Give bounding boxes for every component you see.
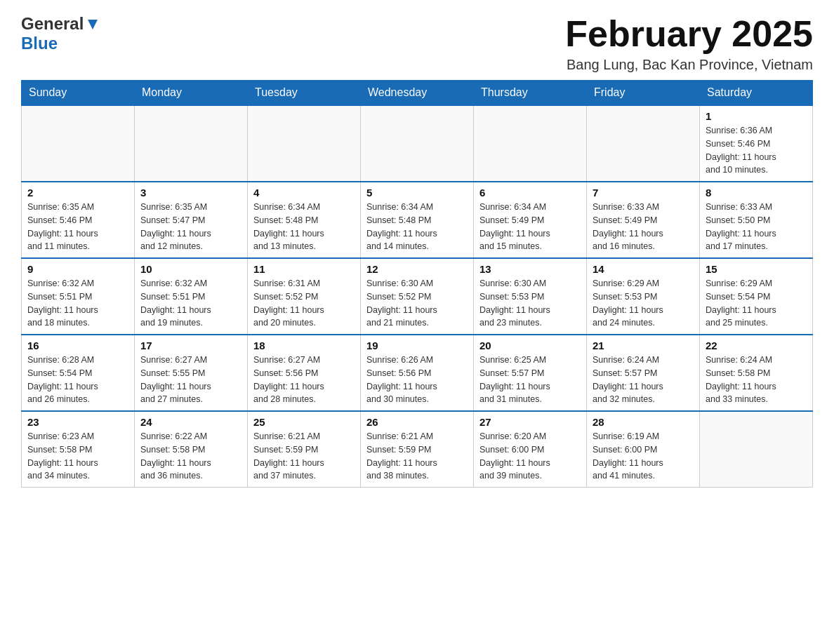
logo-general-text: General bbox=[21, 14, 84, 34]
day-number: 6 bbox=[479, 187, 581, 199]
logo-arrow-icon bbox=[85, 17, 100, 32]
table-row: 16Sunrise: 6:28 AMSunset: 5:54 PMDayligh… bbox=[22, 335, 135, 411]
table-row bbox=[22, 105, 135, 182]
table-row: 24Sunrise: 6:22 AMSunset: 5:58 PMDayligh… bbox=[135, 411, 248, 488]
day-number: 8 bbox=[706, 187, 807, 199]
day-number: 26 bbox=[366, 416, 468, 428]
day-number: 13 bbox=[479, 263, 581, 275]
table-row bbox=[248, 105, 361, 182]
table-row: 11Sunrise: 6:31 AMSunset: 5:52 PMDayligh… bbox=[248, 258, 361, 335]
day-number: 27 bbox=[479, 416, 581, 428]
table-row: 19Sunrise: 6:26 AMSunset: 5:56 PMDayligh… bbox=[361, 335, 474, 411]
day-info: Sunrise: 6:19 AMSunset: 6:00 PMDaylight:… bbox=[593, 430, 694, 483]
table-row: 4Sunrise: 6:34 AMSunset: 5:48 PMDaylight… bbox=[248, 182, 361, 258]
day-info: Sunrise: 6:33 AMSunset: 5:49 PMDaylight:… bbox=[593, 201, 694, 253]
title-area: February 2025 Bang Lung, Bac Kan Provinc… bbox=[565, 14, 813, 73]
calendar-title: February 2025 bbox=[565, 14, 813, 54]
col-friday: Friday bbox=[587, 81, 700, 106]
location-subtitle: Bang Lung, Bac Kan Province, Vietnam bbox=[565, 57, 813, 73]
day-info: Sunrise: 6:29 AMSunset: 5:54 PMDaylight:… bbox=[706, 277, 807, 330]
day-info: Sunrise: 6:35 AMSunset: 5:46 PMDaylight:… bbox=[27, 201, 128, 253]
day-number: 16 bbox=[27, 340, 128, 351]
week-row-2: 2Sunrise: 6:35 AMSunset: 5:46 PMDaylight… bbox=[22, 182, 813, 258]
day-info: Sunrise: 6:24 AMSunset: 5:57 PMDaylight:… bbox=[593, 354, 694, 406]
day-number: 12 bbox=[366, 263, 468, 275]
day-info: Sunrise: 6:27 AMSunset: 5:55 PMDaylight:… bbox=[140, 354, 241, 406]
table-row bbox=[474, 105, 587, 182]
day-number: 2 bbox=[27, 187, 128, 199]
day-info: Sunrise: 6:24 AMSunset: 5:58 PMDaylight:… bbox=[706, 354, 807, 406]
table-row: 10Sunrise: 6:32 AMSunset: 5:51 PMDayligh… bbox=[135, 258, 248, 335]
day-number: 19 bbox=[366, 340, 468, 351]
col-saturday: Saturday bbox=[700, 81, 813, 106]
table-row: 13Sunrise: 6:30 AMSunset: 5:53 PMDayligh… bbox=[474, 258, 587, 335]
day-number: 3 bbox=[140, 187, 241, 199]
day-number: 10 bbox=[140, 263, 241, 275]
day-number: 9 bbox=[27, 263, 128, 275]
day-info: Sunrise: 6:21 AMSunset: 5:59 PMDaylight:… bbox=[253, 430, 355, 483]
day-info: Sunrise: 6:31 AMSunset: 5:52 PMDaylight:… bbox=[253, 277, 355, 330]
day-number: 25 bbox=[253, 416, 355, 428]
table-row: 28Sunrise: 6:19 AMSunset: 6:00 PMDayligh… bbox=[587, 411, 700, 488]
day-number: 18 bbox=[253, 340, 355, 351]
table-row: 3Sunrise: 6:35 AMSunset: 5:47 PMDaylight… bbox=[135, 182, 248, 258]
day-info: Sunrise: 6:33 AMSunset: 5:50 PMDaylight:… bbox=[706, 201, 807, 253]
day-info: Sunrise: 6:34 AMSunset: 5:48 PMDaylight:… bbox=[253, 201, 355, 253]
table-row bbox=[587, 105, 700, 182]
day-info: Sunrise: 6:22 AMSunset: 5:58 PMDaylight:… bbox=[140, 430, 241, 483]
table-row: 27Sunrise: 6:20 AMSunset: 6:00 PMDayligh… bbox=[474, 411, 587, 488]
table-row: 8Sunrise: 6:33 AMSunset: 5:50 PMDaylight… bbox=[700, 182, 813, 258]
table-row bbox=[135, 105, 248, 182]
table-row: 9Sunrise: 6:32 AMSunset: 5:51 PMDaylight… bbox=[22, 258, 135, 335]
table-row: 7Sunrise: 6:33 AMSunset: 5:49 PMDaylight… bbox=[587, 182, 700, 258]
day-info: Sunrise: 6:28 AMSunset: 5:54 PMDaylight:… bbox=[27, 354, 128, 406]
table-row: 25Sunrise: 6:21 AMSunset: 5:59 PMDayligh… bbox=[248, 411, 361, 488]
table-row: 18Sunrise: 6:27 AMSunset: 5:56 PMDayligh… bbox=[248, 335, 361, 411]
day-info: Sunrise: 6:20 AMSunset: 6:00 PMDaylight:… bbox=[479, 430, 581, 483]
day-number: 28 bbox=[593, 416, 694, 428]
day-number: 23 bbox=[27, 416, 128, 428]
day-info: Sunrise: 6:32 AMSunset: 5:51 PMDaylight:… bbox=[27, 277, 128, 330]
day-info: Sunrise: 6:27 AMSunset: 5:56 PMDaylight:… bbox=[253, 354, 355, 406]
day-info: Sunrise: 6:34 AMSunset: 5:48 PMDaylight:… bbox=[366, 201, 468, 253]
svg-marker-0 bbox=[88, 20, 98, 29]
day-number: 15 bbox=[706, 263, 807, 275]
table-row bbox=[700, 411, 813, 488]
col-sunday: Sunday bbox=[22, 81, 135, 106]
table-row: 12Sunrise: 6:30 AMSunset: 5:52 PMDayligh… bbox=[361, 258, 474, 335]
week-row-5: 23Sunrise: 6:23 AMSunset: 5:58 PMDayligh… bbox=[22, 411, 813, 488]
table-row: 1Sunrise: 6:36 AMSunset: 5:46 PMDaylight… bbox=[700, 105, 813, 182]
day-number: 1 bbox=[706, 110, 807, 122]
logo: General Blue bbox=[21, 14, 100, 53]
day-info: Sunrise: 6:35 AMSunset: 5:47 PMDaylight:… bbox=[140, 201, 241, 253]
day-info: Sunrise: 6:21 AMSunset: 5:59 PMDaylight:… bbox=[366, 430, 468, 483]
day-number: 11 bbox=[253, 263, 355, 275]
col-wednesday: Wednesday bbox=[361, 81, 474, 106]
col-thursday: Thursday bbox=[474, 81, 587, 106]
calendar-table: Sunday Monday Tuesday Wednesday Thursday… bbox=[21, 80, 813, 488]
table-row: 20Sunrise: 6:25 AMSunset: 5:57 PMDayligh… bbox=[474, 335, 587, 411]
day-number: 21 bbox=[593, 340, 694, 351]
table-row bbox=[361, 105, 474, 182]
col-monday: Monday bbox=[135, 81, 248, 106]
day-info: Sunrise: 6:34 AMSunset: 5:49 PMDaylight:… bbox=[479, 201, 581, 253]
week-row-1: 1Sunrise: 6:36 AMSunset: 5:46 PMDaylight… bbox=[22, 105, 813, 182]
day-info: Sunrise: 6:36 AMSunset: 5:46 PMDaylight:… bbox=[706, 124, 807, 177]
table-row: 15Sunrise: 6:29 AMSunset: 5:54 PMDayligh… bbox=[700, 258, 813, 335]
table-row: 21Sunrise: 6:24 AMSunset: 5:57 PMDayligh… bbox=[587, 335, 700, 411]
logo-line1: General bbox=[21, 14, 100, 34]
calendar-header-row: Sunday Monday Tuesday Wednesday Thursday… bbox=[22, 81, 813, 106]
day-number: 17 bbox=[140, 340, 241, 351]
day-number: 14 bbox=[593, 263, 694, 275]
day-info: Sunrise: 6:30 AMSunset: 5:53 PMDaylight:… bbox=[479, 277, 581, 330]
logo-blue-text: Blue bbox=[21, 34, 100, 53]
table-row: 14Sunrise: 6:29 AMSunset: 5:53 PMDayligh… bbox=[587, 258, 700, 335]
table-row: 5Sunrise: 6:34 AMSunset: 5:48 PMDaylight… bbox=[361, 182, 474, 258]
week-row-4: 16Sunrise: 6:28 AMSunset: 5:54 PMDayligh… bbox=[22, 335, 813, 411]
day-info: Sunrise: 6:26 AMSunset: 5:56 PMDaylight:… bbox=[366, 354, 468, 406]
col-tuesday: Tuesday bbox=[248, 81, 361, 106]
day-info: Sunrise: 6:32 AMSunset: 5:51 PMDaylight:… bbox=[140, 277, 241, 330]
table-row: 26Sunrise: 6:21 AMSunset: 5:59 PMDayligh… bbox=[361, 411, 474, 488]
day-info: Sunrise: 6:29 AMSunset: 5:53 PMDaylight:… bbox=[593, 277, 694, 330]
week-row-3: 9Sunrise: 6:32 AMSunset: 5:51 PMDaylight… bbox=[22, 258, 813, 335]
